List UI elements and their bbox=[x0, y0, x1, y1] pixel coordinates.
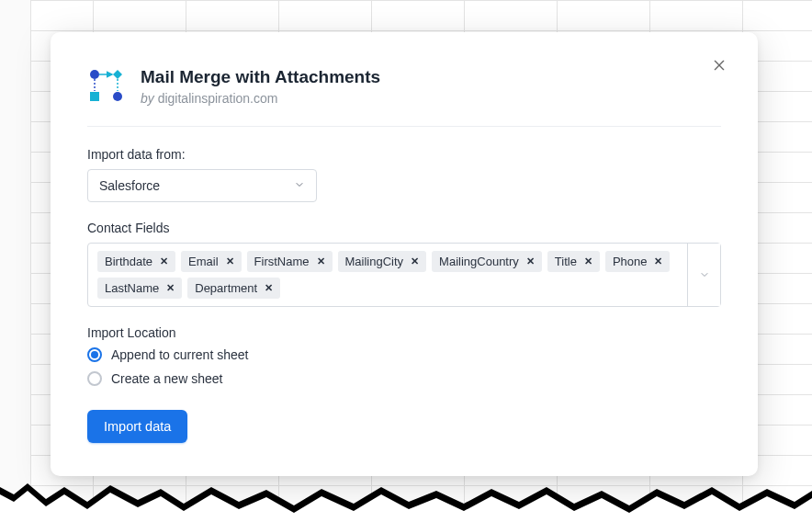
field-chip-label: Department bbox=[195, 281, 257, 295]
radio-icon bbox=[87, 347, 102, 362]
field-chip: Department✕ bbox=[187, 278, 280, 299]
fields-label: Contact Fields bbox=[87, 221, 721, 235]
chip-remove-icon[interactable]: ✕ bbox=[226, 255, 234, 267]
import-dialog: Mail Merge with Attachments by digitalin… bbox=[51, 32, 758, 476]
chip-remove-icon[interactable]: ✕ bbox=[584, 255, 592, 267]
field-chip-label: Birthdate bbox=[105, 255, 152, 268]
field-chip-label: Phone bbox=[613, 255, 648, 268]
svg-rect-6 bbox=[90, 92, 99, 101]
fields-dropdown-toggle[interactable] bbox=[687, 244, 720, 306]
field-chip-label: MailingCity bbox=[345, 255, 404, 268]
field-chip: Title✕ bbox=[547, 251, 600, 272]
field-chip-label: Title bbox=[555, 255, 577, 268]
field-chip-label: Email bbox=[188, 255, 219, 268]
chevron-down-icon bbox=[699, 269, 710, 280]
field-chip-label: FirstName bbox=[254, 255, 310, 268]
field-chip: MailingCountry✕ bbox=[432, 251, 542, 272]
close-icon bbox=[712, 58, 727, 73]
import-button[interactable]: Import data bbox=[87, 410, 187, 443]
field-chip: Birthdate✕ bbox=[97, 251, 175, 272]
chip-remove-icon[interactable]: ✕ bbox=[411, 255, 419, 267]
field-chip: Phone✕ bbox=[605, 251, 671, 272]
location-option[interactable]: Create a new sheet bbox=[87, 371, 721, 386]
workflow-icon bbox=[87, 67, 124, 104]
location-section: Import Location Append to current sheetC… bbox=[87, 325, 721, 386]
source-select-value: Salesforce bbox=[99, 178, 160, 193]
chip-remove-icon[interactable]: ✕ bbox=[317, 255, 325, 267]
location-label: Import Location bbox=[87, 325, 721, 340]
chip-remove-icon[interactable]: ✕ bbox=[160, 255, 168, 267]
fields-multiselect[interactable]: Birthdate✕Email✕FirstName✕MailingCity✕Ma… bbox=[87, 243, 721, 307]
chip-remove-icon[interactable]: ✕ bbox=[166, 282, 175, 294]
chip-remove-icon[interactable]: ✕ bbox=[265, 282, 273, 294]
close-button[interactable] bbox=[708, 54, 730, 76]
svg-point-7 bbox=[113, 92, 122, 101]
chip-remove-icon[interactable]: ✕ bbox=[654, 255, 662, 267]
dialog-header: Mail Merge with Attachments by digitalin… bbox=[87, 67, 721, 127]
field-chip-label: LastName bbox=[105, 281, 159, 295]
dialog-byline: by digitalinspiration.com bbox=[141, 91, 380, 106]
location-option[interactable]: Append to current sheet bbox=[87, 347, 721, 362]
radio-icon bbox=[87, 371, 102, 386]
field-chip: LastName✕ bbox=[97, 278, 182, 299]
field-chip: FirstName✕ bbox=[247, 251, 333, 272]
dialog-title: Mail Merge with Attachments bbox=[141, 67, 380, 87]
field-chip-label: MailingCountry bbox=[439, 255, 519, 268]
location-option-label: Create a new sheet bbox=[111, 371, 222, 386]
field-chip: MailingCity✕ bbox=[338, 251, 427, 272]
source-select[interactable]: Salesforce bbox=[87, 169, 317, 202]
location-option-label: Append to current sheet bbox=[111, 347, 248, 362]
source-label: Import data from: bbox=[87, 147, 721, 162]
app-logo bbox=[87, 67, 124, 104]
chevron-down-icon bbox=[294, 178, 305, 193]
fields-section: Contact Fields Birthdate✕Email✕FirstName… bbox=[87, 221, 721, 307]
svg-point-2 bbox=[90, 70, 99, 79]
row-header-strip bbox=[0, 0, 31, 522]
chips-container: Birthdate✕Email✕FirstName✕MailingCity✕Ma… bbox=[88, 244, 687, 306]
field-chip: Email✕ bbox=[181, 251, 242, 272]
source-section: Import data from: Salesforce bbox=[87, 147, 721, 202]
chip-remove-icon[interactable]: ✕ bbox=[526, 255, 535, 267]
location-radio-group: Append to current sheetCreate a new shee… bbox=[87, 347, 721, 386]
